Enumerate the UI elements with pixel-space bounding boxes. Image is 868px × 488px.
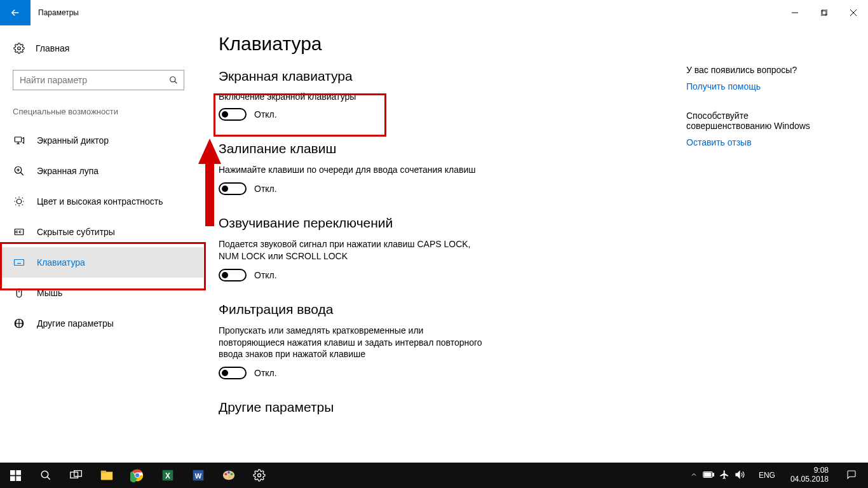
svg-rect-35 <box>10 476 15 481</box>
svg-point-37 <box>41 471 48 478</box>
tray-clock[interactable]: 9:08 04.05.2018 <box>785 466 834 484</box>
page-title: Клавиатура <box>219 33 661 55</box>
filter-toggle[interactable] <box>219 367 247 379</box>
svg-rect-2 <box>822 10 827 15</box>
sound-toggle[interactable] <box>219 269 247 281</box>
tray-notifications-icon[interactable] <box>840 470 863 482</box>
sidebar-item-captions[interactable]: Скрытые субтитры <box>0 217 203 247</box>
close-button[interactable] <box>839 0 868 25</box>
svg-rect-34 <box>16 470 21 475</box>
taskbar: X W ENG 9:08 04.05.2018 <box>0 463 868 488</box>
section-other-title: Другие параметры <box>219 400 661 415</box>
sidebar-item-label: Экранная лупа <box>37 166 98 176</box>
taskbar-search-button[interactable] <box>31 463 61 488</box>
sidebar: Главная Специальные возможности Экранный… <box>0 25 203 463</box>
svg-point-51 <box>225 473 227 475</box>
taskbar-app-explorer[interactable] <box>92 463 122 488</box>
sidebar-item-label: Цвет и высокая контрастность <box>37 196 163 207</box>
tray-time: 9:08 <box>814 466 829 475</box>
svg-rect-1 <box>821 11 826 16</box>
tray-airplane-icon[interactable] <box>719 470 729 482</box>
system-tray[interactable]: ENG 9:08 04.05.2018 <box>690 466 868 484</box>
sidebar-item-label: Другие параметры <box>37 318 114 329</box>
settings-window: Параметры Главная <box>0 0 868 463</box>
svg-rect-29 <box>17 288 22 297</box>
start-button[interactable] <box>0 463 31 488</box>
section-sticky-title: Залипание клавиш <box>219 141 661 156</box>
svg-line-20 <box>22 198 23 198</box>
tray-language[interactable]: ENG <box>755 471 779 480</box>
sidebar-home-label: Главная <box>36 43 69 53</box>
svg-marker-59 <box>736 471 740 478</box>
filter-toggle-state: Откл. <box>254 368 277 378</box>
taskbar-app-excel[interactable]: X <box>153 463 183 488</box>
svg-line-18 <box>15 198 16 198</box>
svg-point-13 <box>17 199 22 204</box>
sidebar-item-label: Экранный диктор <box>37 135 109 146</box>
tray-chevron-icon[interactable] <box>690 471 698 480</box>
svg-text:W: W <box>195 472 202 480</box>
sticky-toggle-row: Откл. <box>219 182 661 195</box>
search-input-wrap[interactable] <box>13 70 184 90</box>
sidebar-item-contrast[interactable]: Цвет и высокая контрастность <box>0 186 203 217</box>
titlebar: Параметры <box>0 0 868 25</box>
taskbar-app-settings[interactable] <box>244 463 275 488</box>
minimize-button[interactable] <box>780 0 810 25</box>
rail-help-title: У вас появились вопросы? <box>686 65 849 75</box>
svg-point-54 <box>229 476 231 478</box>
sidebar-item-label: Скрытые субтитры <box>37 227 115 237</box>
keyboard-icon <box>13 257 25 268</box>
search-icon <box>163 76 184 85</box>
other-icon <box>13 318 25 329</box>
sticky-toggle-state: Откл. <box>254 184 277 194</box>
svg-point-52 <box>227 471 230 474</box>
svg-rect-23 <box>15 260 24 266</box>
rail-help-link[interactable]: Получить помощь <box>686 81 849 92</box>
contrast-icon <box>13 196 25 207</box>
rail-improve-link[interactable]: Оставить отзыв <box>686 137 849 147</box>
tray-battery-icon[interactable] <box>703 471 714 480</box>
sound-toggle-state: Откл. <box>254 270 277 280</box>
svg-point-5 <box>18 47 21 50</box>
osk-label: Включение экранной клавиатуры <box>219 92 661 102</box>
taskbar-app-chrome[interactable] <box>122 463 153 488</box>
back-button[interactable] <box>0 0 31 25</box>
svg-line-38 <box>47 477 50 480</box>
narrator-icon <box>13 135 25 146</box>
svg-line-21 <box>15 205 16 205</box>
svg-rect-8 <box>15 137 22 142</box>
osk-toggle-row: Откл. <box>219 108 661 121</box>
tray-volume-icon[interactable] <box>735 470 745 482</box>
svg-text:X: X <box>165 471 170 480</box>
sidebar-item-label: Клавиатура <box>37 257 85 268</box>
magnifier-icon <box>13 165 25 177</box>
osk-toggle[interactable] <box>219 108 247 121</box>
maximize-button[interactable] <box>810 0 839 25</box>
taskbar-app-word[interactable]: W <box>183 463 214 488</box>
osk-toggle-state: Откл. <box>254 109 277 119</box>
sidebar-item-other[interactable]: Другие параметры <box>0 308 203 339</box>
filter-desc: Пропускать или замедлять кратковременные… <box>219 325 485 361</box>
rail-improve-title: Способствуйте совершенствованию Windows <box>686 111 826 131</box>
search-input[interactable] <box>13 75 163 85</box>
svg-rect-41 <box>101 472 112 480</box>
window-body: Главная Специальные возможности Экранный… <box>0 25 868 463</box>
sidebar-item-narrator[interactable]: Экранный диктор <box>0 125 203 156</box>
svg-line-10 <box>20 172 24 175</box>
sidebar-item-magnifier[interactable]: Экранная лупа <box>0 156 203 186</box>
svg-point-53 <box>231 473 233 475</box>
section-sound-title: Озвучивание переключений <box>219 215 661 231</box>
svg-rect-42 <box>101 471 106 473</box>
section-filter-title: Фильтрация ввода <box>219 302 661 317</box>
sidebar-item-keyboard[interactable]: Клавиатура <box>0 247 203 278</box>
sidebar-category-title: Специальные возможности <box>13 107 191 116</box>
sound-desc: Подается звуковой сигнал при нажатии кла… <box>219 238 485 262</box>
sticky-desc: Нажимайте клавиши по очереди для ввода с… <box>219 164 485 176</box>
task-view-button[interactable] <box>61 463 92 488</box>
svg-point-6 <box>170 77 175 82</box>
sticky-toggle[interactable] <box>219 182 247 195</box>
captions-icon <box>13 226 25 238</box>
sidebar-item-mouse[interactable]: Мышь <box>0 278 203 308</box>
sidebar-home[interactable]: Главная <box>13 37 191 60</box>
taskbar-app-paint[interactable] <box>214 463 244 488</box>
